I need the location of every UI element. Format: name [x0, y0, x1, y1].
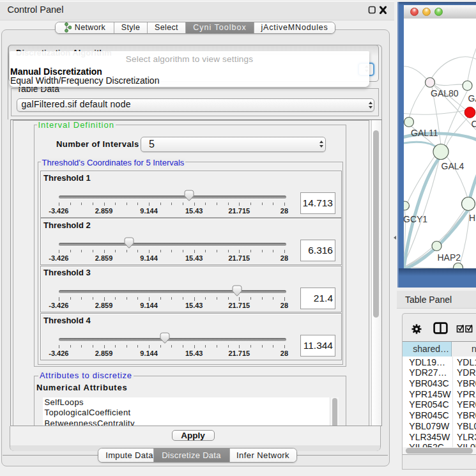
svg-text:GAL11: GAL11: [411, 128, 438, 138]
svg-text:GCY1: GCY1: [404, 214, 427, 224]
svg-text:HAP2: HAP2: [438, 252, 461, 263]
svg-text:GAL80: GAL80: [431, 88, 459, 98]
svg-text:GA: GA: [468, 93, 476, 104]
svg-text:H: H: [469, 213, 475, 223]
svg-text:CD: CD: [472, 119, 476, 129]
svg-text:GAL4: GAL4: [441, 161, 464, 171]
